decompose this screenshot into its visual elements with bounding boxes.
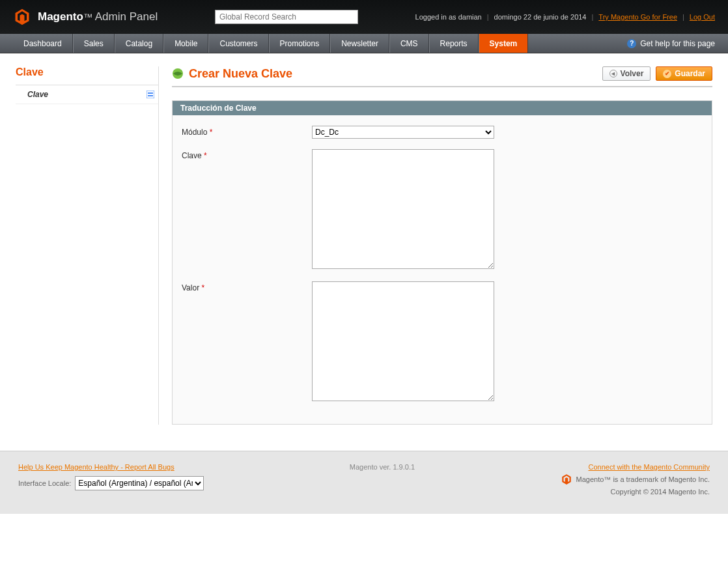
logged-in-text: Logged in as damian xyxy=(415,13,482,21)
page-title: Crear Nueva Clave xyxy=(189,67,292,81)
nav-help-label: Get help for this page xyxy=(640,39,715,48)
modulo-select[interactable]: Dc_Dc xyxy=(312,126,494,139)
magento-logo-small-icon xyxy=(561,473,572,485)
svg-rect-2 xyxy=(148,95,153,96)
svg-rect-0 xyxy=(147,91,154,98)
globe-icon xyxy=(172,68,184,79)
nav-newsletter[interactable]: Newsletter xyxy=(330,34,389,53)
nav-promotions[interactable]: Promotions xyxy=(269,34,331,53)
nav-cms[interactable]: CMS xyxy=(389,34,429,53)
back-button[interactable]: ◄Volver xyxy=(602,66,651,81)
sidebar-title: Clave xyxy=(16,66,158,85)
logo: Magento™ Admin Panel xyxy=(13,8,158,26)
header-right: Logged in as damian | domingo 22 de juni… xyxy=(415,13,715,21)
collapse-icon xyxy=(147,91,154,98)
sidebar: Clave Clave xyxy=(16,66,159,425)
footer: Help Us Keep Magento Healthy - Report Al… xyxy=(0,451,728,514)
date-text: domingo 22 de junio de 2014 xyxy=(494,13,587,21)
arrow-left-icon: ◄ xyxy=(609,70,617,78)
report-bugs-link[interactable]: Help Us Keep Magento Healthy - Report Al… xyxy=(18,463,204,471)
modulo-label: Módulo * xyxy=(182,126,312,139)
nav-system[interactable]: System xyxy=(479,34,529,53)
save-button[interactable]: ✔Guardar xyxy=(656,66,712,81)
nav-reports[interactable]: Reports xyxy=(429,34,479,53)
nav-help[interactable]: ? Get help for this page xyxy=(627,34,728,53)
clave-textarea[interactable] xyxy=(312,149,494,269)
global-search-input[interactable] xyxy=(215,10,358,24)
locale-select[interactable]: Español (Argentina) / español (Ar xyxy=(75,476,204,490)
content: Crear Nueva Clave ◄Volver ✔Guardar Tradu… xyxy=(172,66,712,425)
content-head: Crear Nueva Clave ◄Volver ✔Guardar xyxy=(172,66,712,87)
main-area: Clave Clave Crear Nueva Clave ◄Volver ✔G… xyxy=(0,53,728,451)
logo-text: Magento™ Admin Panel xyxy=(38,10,158,23)
help-icon: ? xyxy=(627,39,636,48)
header-bar: Magento™ Admin Panel Logged in as damian… xyxy=(0,0,728,34)
community-link[interactable]: Connect with the Magento Community xyxy=(561,463,710,471)
valor-label: Valor * xyxy=(182,281,312,403)
fieldset: Traducción de Clave Módulo * Dc_Dc Clave… xyxy=(172,100,712,425)
fieldset-legend: Traducción de Clave xyxy=(173,101,712,115)
valor-textarea[interactable] xyxy=(312,281,494,401)
clave-label: Clave * xyxy=(182,149,312,271)
nav-sales[interactable]: Sales xyxy=(73,34,115,53)
locale-label: Interface Locale: xyxy=(18,479,71,487)
nav-catalog[interactable]: Catalog xyxy=(115,34,163,53)
nav-dashboard[interactable]: Dashboard xyxy=(13,34,73,53)
try-magento-link[interactable]: Try Magento Go for Free xyxy=(598,13,677,21)
back-button-label: Volver xyxy=(621,69,644,78)
logout-link[interactable]: Log Out xyxy=(690,13,715,21)
main-nav: Dashboard Sales Catalog Mobile Customers… xyxy=(0,34,728,53)
check-icon: ✔ xyxy=(663,70,671,78)
svg-rect-1 xyxy=(148,92,153,94)
nav-customers[interactable]: Customers xyxy=(208,34,268,53)
trademark-text: Magento™ is a trademark of Magento Inc. xyxy=(576,475,710,483)
nav-mobile[interactable]: Mobile xyxy=(163,34,208,53)
sidebar-item-label: Clave xyxy=(27,90,48,99)
version-text: Magento ver. 1.9.0.1 xyxy=(350,463,415,496)
magento-logo-icon xyxy=(13,8,31,26)
sidebar-item-clave[interactable]: Clave xyxy=(16,85,158,104)
save-button-label: Guardar xyxy=(675,69,705,78)
copyright-text: Copyright © 2014 Magento Inc. xyxy=(561,488,710,496)
